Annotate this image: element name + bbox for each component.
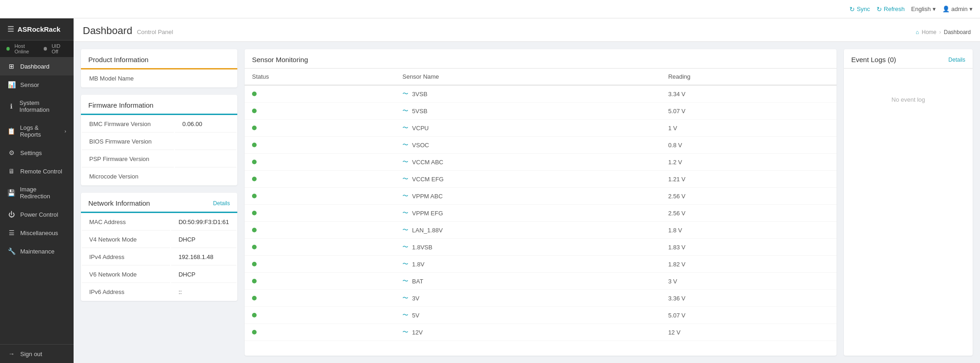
bmc-fw-value: 0.06.00 bbox=[175, 116, 236, 133]
sensor-status-dot bbox=[252, 279, 257, 283]
sensor-name-text: VCPU bbox=[412, 125, 429, 132]
table-row: BIOS Firmware Version bbox=[82, 133, 236, 150]
bios-fw-label: BIOS Firmware Version bbox=[82, 133, 174, 150]
sensor-status-cell bbox=[245, 85, 395, 103]
sensor-name-text: BAT bbox=[412, 278, 423, 285]
network-details-link[interactable]: Details bbox=[213, 200, 230, 207]
table-row: 〜 VSOC 0.8 V bbox=[245, 137, 837, 154]
sidebar-item-dashboard[interactable]: ⊞ Dashboard bbox=[0, 57, 74, 75]
table-row: 〜 LAN_1.88V 1.8 V bbox=[245, 222, 837, 239]
network-info-card: Network Information Details MAC Address … bbox=[81, 193, 237, 301]
sensor-reading-cell: 3.34 V bbox=[661, 85, 837, 103]
event-logs-title-text: Event Logs bbox=[851, 56, 886, 63]
sensor-wave-icon: 〜 bbox=[402, 243, 408, 251]
event-logs-details-link[interactable]: Details bbox=[948, 57, 965, 63]
sensor-name-cell: 〜 VSOC bbox=[395, 137, 661, 154]
table-row: 〜 5VSB 5.07 V bbox=[245, 103, 837, 120]
table-row: 〜 1.8VSB 1.83 V bbox=[245, 239, 837, 256]
sensor-wave-icon: 〜 bbox=[402, 90, 408, 98]
sensor-name-cell: 〜 5V bbox=[395, 307, 661, 324]
sensor-reading-cell: 2.56 V bbox=[661, 205, 837, 222]
sidebar-label-signout: Sign out bbox=[20, 351, 42, 357]
sidebar-item-sensor[interactable]: 📊 Sensor bbox=[0, 75, 74, 94]
sidebar-item-power-control[interactable]: ⏻ Power Control bbox=[0, 205, 74, 224]
product-info-table: MB Model Name bbox=[81, 69, 237, 87]
ipv4-label: IPv4 Address bbox=[82, 249, 170, 265]
sensor-wave-icon: 〜 bbox=[402, 294, 408, 302]
main-content: Dashboard Control Panel ⌂ Home › Dashboa… bbox=[74, 18, 980, 363]
home-icon: ⌂ bbox=[916, 29, 919, 35]
psp-fw-label: PSP Firmware Version bbox=[82, 151, 174, 167]
sensor-name-text: VPPM ABC bbox=[412, 193, 442, 200]
layout: ☰ ASRockRack Host Online UID Off ⊞ Dashb… bbox=[0, 18, 980, 363]
sensor-reading-cell: 1.2 V bbox=[661, 154, 837, 171]
sidebar-item-maintenance[interactable]: 🔧 Maintenance bbox=[0, 242, 74, 260]
language-selector[interactable]: English ▾ bbox=[911, 6, 935, 12]
sidebar-label-system-information: System Information bbox=[19, 99, 66, 113]
firmware-info-table: BMC Firmware Version 0.06.00 BIOS Firmwa… bbox=[81, 115, 237, 185]
sensor-status-dot bbox=[252, 330, 257, 334]
sidebar: ☰ ASRockRack Host Online UID Off ⊞ Dashb… bbox=[0, 18, 74, 363]
sidebar-item-system-information[interactable]: ℹ System Information bbox=[0, 94, 74, 119]
sync-button[interactable]: ↻ Sync bbox=[849, 6, 870, 13]
table-row: PSP Firmware Version bbox=[82, 151, 236, 167]
sensor-status-cell bbox=[245, 290, 395, 307]
sensor-status-cell bbox=[245, 239, 395, 256]
firmware-info-title: Firmware Information bbox=[81, 95, 237, 115]
sensor-status-dot bbox=[252, 262, 257, 266]
sidebar-item-signout[interactable]: → Sign out bbox=[0, 345, 74, 363]
sidebar-item-logs-reports[interactable]: 📋 Logs & Reports › bbox=[0, 119, 74, 144]
sensor-status-cell bbox=[245, 273, 395, 290]
sensor-icon: 📊 bbox=[7, 81, 16, 88]
hamburger-icon[interactable]: ☰ bbox=[7, 25, 14, 34]
sensor-wave-icon: 〜 bbox=[402, 141, 408, 149]
sidebar-item-miscellaneous[interactable]: ☰ Miscellaneous bbox=[0, 224, 74, 242]
sensor-name-cell: 〜 1.8V bbox=[395, 256, 661, 273]
breadcrumb-home[interactable]: Home bbox=[922, 29, 936, 35]
sensor-table-body: 〜 3VSB 3.34 V 〜 5VSB 5.07 V 〜 VCPU 1 V bbox=[245, 85, 837, 341]
table-row: V4 Network Mode DHCP bbox=[82, 231, 236, 248]
sensor-status-dot bbox=[252, 92, 257, 96]
sensor-status-cell bbox=[245, 120, 395, 137]
mac-value: D0:50:99:F3:D1:61 bbox=[171, 214, 236, 230]
sidebar-item-remote-control[interactable]: 🖥 Remote Control bbox=[0, 162, 74, 180]
sensor-wave-icon: 〜 bbox=[402, 277, 408, 285]
sensor-status-cell bbox=[245, 103, 395, 120]
miscellaneous-icon: ☰ bbox=[7, 229, 16, 236]
sensor-name-text: VCCM ABC bbox=[412, 159, 443, 166]
page-subtitle: Control Panel bbox=[137, 29, 173, 35]
sensor-header-row: Status Sensor Name Reading bbox=[245, 69, 837, 85]
settings-icon: ⚙ bbox=[7, 149, 16, 156]
table-row: MB Model Name bbox=[82, 70, 236, 86]
sensor-status-dot bbox=[252, 109, 257, 113]
sidebar-item-image-redirection[interactable]: 💾 Image Redirection bbox=[0, 180, 74, 205]
sensor-name-cell: 〜 3V bbox=[395, 290, 661, 307]
sensor-status-dot bbox=[252, 194, 257, 198]
sensor-col-status: Status bbox=[245, 69, 395, 85]
event-logs-card: Event Logs (0) Details No event log bbox=[844, 49, 973, 356]
sensor-name-text: LAN_1.88V bbox=[412, 227, 443, 234]
sensor-reading-cell: 3 V bbox=[661, 273, 837, 290]
sensor-reading-cell: 12 V bbox=[661, 324, 837, 341]
firmware-info-card: Firmware Information BMC Firmware Versio… bbox=[81, 95, 237, 185]
network-info-title: Network Information Details bbox=[81, 193, 237, 213]
sensor-name-text: 5V bbox=[412, 312, 419, 319]
mb-model-value bbox=[175, 70, 236, 86]
sidebar-label-dashboard: Dashboard bbox=[20, 63, 50, 70]
table-row: BMC Firmware Version 0.06.00 bbox=[82, 116, 236, 133]
sidebar-bottom: → Sign out bbox=[0, 344, 74, 363]
sync-label: Sync bbox=[857, 6, 870, 12]
system-info-icon: ℹ bbox=[7, 103, 15, 110]
refresh-button[interactable]: ↻ Refresh bbox=[877, 6, 905, 13]
sensor-reading-cell: 1.8 V bbox=[661, 222, 837, 239]
sensor-monitoring-title: Sensor Monitoring bbox=[245, 49, 837, 69]
sidebar-item-settings[interactable]: ⚙ Settings bbox=[0, 144, 74, 162]
sidebar-label-sensor: Sensor bbox=[20, 81, 39, 88]
sensor-name-text: VCCM EFG bbox=[412, 176, 444, 183]
admin-menu[interactable]: 👤 admin ▾ bbox=[942, 6, 973, 12]
topbar-actions: ↻ Sync ↻ Refresh English ▾ 👤 admin ▾ bbox=[849, 6, 973, 13]
sensor-status-dot bbox=[252, 177, 257, 181]
sensor-name-text: VPPM EFG bbox=[412, 210, 443, 217]
product-info-card: Product Information MB Model Name bbox=[81, 49, 237, 87]
table-row: 〜 VCPU 1 V bbox=[245, 120, 837, 137]
